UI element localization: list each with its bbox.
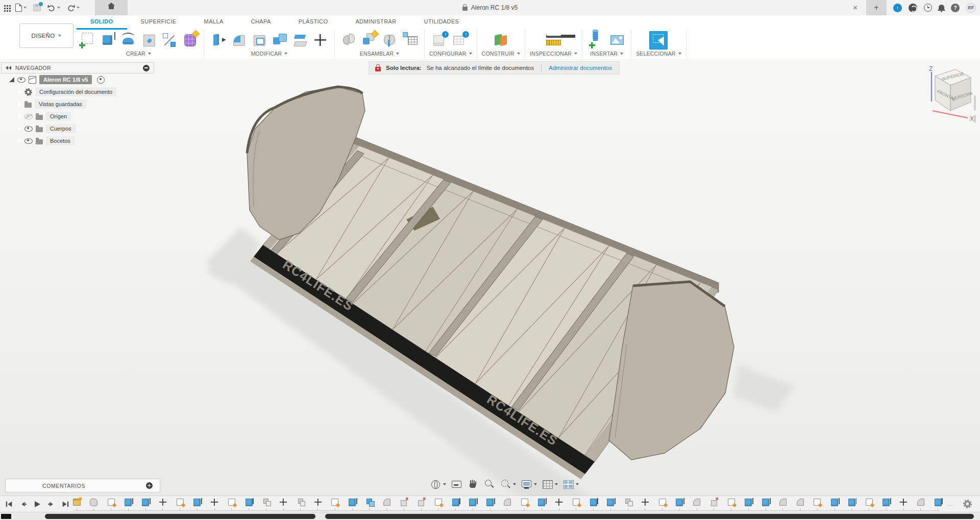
sketch-tool-button[interactable] [78, 31, 97, 49]
timeline-feature-sketch[interactable] [330, 498, 340, 510]
timeline-feature-extrude[interactable] [589, 498, 599, 510]
timeline-feature-copy[interactable] [623, 498, 633, 510]
notifications-bell-icon[interactable] [939, 5, 944, 10]
fit-view-button[interactable] [500, 479, 516, 490]
timeline-feature-move[interactable] [209, 498, 219, 510]
orbit-view-button[interactable] [430, 479, 446, 490]
go-to-start-button[interactable] [5, 500, 13, 508]
revolve-tool-button[interactable] [119, 31, 138, 49]
navigator-item-label[interactable]: Bocetos [46, 136, 75, 145]
timeline-feature-extrude[interactable] [743, 498, 753, 510]
navigator-item-cuerpos[interactable]: Cuerpos [1, 122, 154, 135]
ribbon-group-label[interactable]: CONSTRUIR [482, 51, 514, 57]
timeline-feature-sketch[interactable] [520, 498, 530, 510]
timeline-feature-extrude[interactable] [451, 498, 461, 510]
ribbon-tab-plástico[interactable]: PLÁSTICO [285, 15, 342, 30]
step-forward-button[interactable] [47, 500, 56, 508]
timeline-feature-sketch[interactable] [106, 498, 116, 510]
timeline-feature-form[interactable] [89, 498, 99, 510]
ribbon-tab-chapa[interactable]: CHAPA [237, 15, 285, 30]
ribbon-tab-malla[interactable]: MALLA [190, 15, 237, 30]
collapse-all-icon[interactable] [143, 65, 150, 71]
wing-model[interactable]: RC4LIFE.ES RC4LIFE.ES [247, 87, 734, 479]
select-tool-button[interactable] [648, 31, 669, 50]
manage-documents-link[interactable]: Administrar documentos [549, 65, 612, 71]
asbuilt-tool-button[interactable] [380, 31, 399, 49]
pattern-tool-button[interactable] [160, 31, 179, 49]
expand-icon[interactable] [1, 138, 21, 143]
navigator-item-label[interactable]: Vistas guardadas [35, 100, 86, 109]
activate-component-icon[interactable] [97, 76, 105, 84]
canvas-tool-button[interactable] [607, 31, 626, 49]
timeline-feature-extrude[interactable] [881, 498, 891, 510]
add-comment-icon[interactable] [146, 482, 153, 489]
timeline-feature-extrude[interactable] [536, 498, 547, 510]
timeline-feature-sketch[interactable] [726, 498, 737, 510]
timeline-feature-fillet[interactable] [916, 498, 926, 510]
navigator-item-vistas-guardadas[interactable]: Vistas guardadas [1, 98, 154, 110]
fillet-tool-button[interactable] [229, 31, 248, 49]
job-status-button[interactable]: ↑ [893, 4, 902, 12]
timeline-feature-sketch[interactable] [433, 498, 444, 510]
step-back-button[interactable] [19, 500, 27, 508]
scrollbar-handle[interactable] [45, 514, 315, 519]
timeline-feature-extrude[interactable] [244, 498, 254, 510]
ribbon-group-label[interactable]: CONFIGURAR [429, 51, 467, 57]
expand-icon[interactable] [1, 126, 21, 131]
timeline-feature-sketch[interactable] [864, 498, 874, 510]
timeline-feature-move[interactable] [554, 498, 564, 510]
ribbon-group-label[interactable]: MODIFICAR [251, 51, 282, 57]
timeline-feature-extrude[interactable] [605, 498, 616, 510]
avatar[interactable]: EF [966, 3, 976, 13]
timeline-feature-extrude[interactable] [347, 498, 357, 510]
timeline-feature-component[interactable] [71, 498, 82, 510]
ribbon-group-label[interactable]: SELECCIONAR [636, 51, 675, 57]
offset-tool-button[interactable] [290, 31, 309, 49]
timeline-feature-sketch[interactable] [571, 498, 581, 510]
fastener-tool-button[interactable] [587, 31, 606, 49]
navigator-item-label[interactable]: Configuración del documento [35, 87, 116, 96]
ribbon-group-label[interactable]: INSERTAR [590, 51, 618, 57]
play-button[interactable] [33, 500, 42, 509]
navigator-item-configuraci-n-del-documento[interactable]: Configuración del documento [1, 86, 154, 98]
scrollbar-handle[interactable] [325, 514, 974, 519]
workspace-switcher[interactable]: DISEÑO [19, 23, 74, 48]
extensions-button[interactable] [909, 4, 917, 12]
configdoc-tool-button[interactable] [431, 31, 450, 49]
view-cube[interactable]: Z X SUPERIOR FRONTAL DERECHA [915, 64, 980, 128]
navigator-item-origen[interactable]: Origen [1, 110, 154, 122]
timeline-feature-extrude[interactable] [485, 498, 495, 510]
move-tool-button[interactable] [311, 31, 330, 49]
timeline-feature-move[interactable] [898, 498, 909, 510]
timeline-feature-sketch[interactable] [812, 498, 822, 510]
browser-root-row[interactable]: Aleron RC 1/8 v5 [1, 73, 154, 86]
timeline-feature-combine[interactable] [364, 498, 375, 510]
timeline-feature-sketch[interactable] [175, 498, 185, 510]
timeline-feature-extrude[interactable] [123, 498, 133, 510]
viewports-view-button[interactable] [562, 479, 579, 490]
expand-icon[interactable] [1, 114, 21, 119]
joint-tool-button[interactable] [339, 31, 358, 49]
expand-icon[interactable] [1, 102, 21, 107]
eye-icon[interactable] [24, 114, 33, 119]
timeline-feature-extrude[interactable] [192, 498, 202, 510]
timeline-feature-extrude[interactable] [933, 498, 943, 510]
ribbon-tab-utilidades[interactable]: UTILIDADES [410, 15, 473, 30]
timeline-feature-extrude[interactable] [674, 498, 684, 510]
timeline-feature-extrude[interactable] [140, 498, 151, 510]
timeline-feature-fillet[interactable] [778, 498, 788, 510]
zoom-view-button[interactable] [483, 479, 495, 490]
plane-tool-button[interactable] [492, 31, 510, 49]
hole-tool-button[interactable] [139, 31, 158, 49]
grid-view-button[interactable] [542, 479, 558, 490]
shell-tool-button[interactable] [250, 31, 268, 49]
close-tab-button[interactable]: × [851, 0, 860, 15]
ribbon-group-label[interactable]: ENSAMBLAR [360, 51, 394, 57]
timeline-feature-sketch[interactable] [227, 498, 237, 510]
timeline-feature-fillet[interactable] [692, 498, 702, 510]
form-tool-button[interactable] [180, 31, 199, 49]
navigator-item-label[interactable]: Cuerpos [46, 124, 76, 133]
navigator-item-label[interactable]: Origen [46, 112, 71, 121]
browser-header[interactable]: NAVEGADOR [1, 62, 154, 73]
timeline-feature-move[interactable] [313, 498, 323, 510]
